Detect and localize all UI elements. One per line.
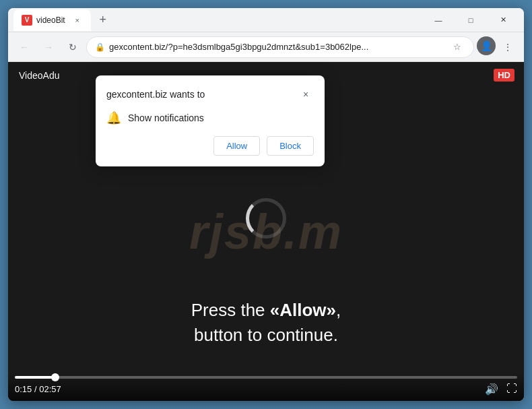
progress-bar[interactable] <box>15 376 517 379</box>
bell-icon: 🔔 <box>106 111 121 125</box>
progress-fill <box>15 376 55 379</box>
nav-bar: ← → ↻ 🔒 gexcontent.biz/?p=he3dsmlbga5gi3… <box>8 32 524 62</box>
time-display: 0:15 / 02:57 <box>15 384 61 394</box>
forward-button[interactable]: → <box>38 36 59 58</box>
controls-row: 0:15 / 02:57 🔊 ⛶ <box>15 383 517 396</box>
notification-popup: gexcontent.biz wants to × 🔔 Show notific… <box>96 75 325 166</box>
progress-thumb <box>51 373 59 381</box>
popup-notification-row: 🔔 Show notifications <box>106 111 314 125</box>
browser-tab[interactable]: V videoBit × <box>13 9 91 31</box>
profile-button[interactable]: 👤 <box>477 36 496 55</box>
new-tab-button[interactable]: + <box>94 11 112 30</box>
control-icons: 🔊 ⛶ <box>485 383 517 396</box>
overlay-line2: button to continue. <box>8 323 524 347</box>
menu-button[interactable]: ⋮ <box>497 36 519 58</box>
video-background: rjsb.m VideoAdu HD Press the «Allow», bu… <box>8 62 524 401</box>
overlay-allow-text: «Allow» <box>270 300 336 320</box>
volume-icon[interactable]: 🔊 <box>485 383 498 396</box>
time-current: 0:15 <box>15 384 32 394</box>
video-label: VideoAdu <box>19 70 59 81</box>
popup-close-button[interactable]: × <box>298 86 314 102</box>
video-container: rjsb.m VideoAdu HD Press the «Allow», bu… <box>8 62 524 401</box>
tab-title: videoBit <box>36 15 65 25</box>
block-button[interactable]: Block <box>267 136 314 156</box>
maximize-button[interactable]: □ <box>455 10 486 30</box>
popup-buttons: Allow Block <box>106 136 314 156</box>
window-action-buttons: — □ ✕ <box>423 10 519 30</box>
tab-favicon: V <box>22 15 32 26</box>
address-bar-actions: ☆ <box>449 39 465 55</box>
overlay-text: Press the «Allow», button to continue. <box>8 298 524 347</box>
notification-item-text: Show notifications <box>128 113 204 123</box>
star-button[interactable]: ☆ <box>449 39 465 55</box>
allow-button[interactable]: Allow <box>213 136 260 156</box>
hd-badge: HD <box>494 69 514 82</box>
refresh-button[interactable]: ↻ <box>62 36 84 58</box>
profile-icon-symbol: 👤 <box>481 40 492 51</box>
overlay-line1: Press the «Allow», <box>8 298 524 322</box>
fullscreen-icon[interactable]: ⛶ <box>506 383 517 396</box>
browser-window: V videoBit × + — □ ✕ ← → ↻ 🔒 gexcontent.… <box>8 8 524 401</box>
popup-header: gexcontent.biz wants to × <box>106 86 314 102</box>
tab-area: V videoBit × + <box>13 8 420 32</box>
address-text: gexcontent.biz/?p=he3dsmlbga5gi3bpgu2dmn… <box>109 42 445 52</box>
lock-icon: 🔒 <box>95 42 105 52</box>
back-button[interactable]: ← <box>13 36 35 58</box>
address-bar[interactable]: 🔒 gexcontent.biz/?p=he3dsmlbga5gi3bpgu2d… <box>86 36 474 58</box>
nav-extra-buttons: 👤 ⋮ <box>477 36 519 58</box>
tab-close-button[interactable]: × <box>72 15 83 26</box>
loading-spinner <box>246 198 286 239</box>
time-total: 02:57 <box>39 384 61 394</box>
minimize-button[interactable]: — <box>423 10 454 30</box>
title-bar: V videoBit × + — □ ✕ <box>8 8 524 32</box>
video-controls: 0:15 / 02:57 🔊 ⛶ <box>8 373 524 401</box>
popup-title: gexcontent.biz wants to <box>106 89 205 100</box>
close-button[interactable]: ✕ <box>488 10 519 30</box>
